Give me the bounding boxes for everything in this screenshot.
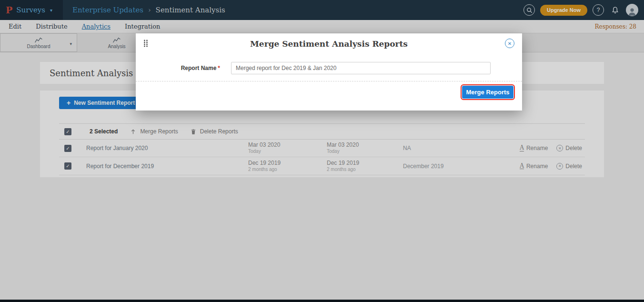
required-asterisk: * [218,65,220,71]
modal-title: Merge Sentiment Analysis Reports [136,39,522,49]
report-name-label-text: Report Name [181,65,217,71]
modal-close-button[interactable]: ✕ [505,39,514,48]
merge-reports-submit-button[interactable]: Merge Reports [462,86,513,99]
modal-footer: Merge Reports [136,81,522,99]
report-name-field-row: Report Name* [136,62,522,74]
page: P Surveys ▾ Enterprise Updates › Sentime… [0,0,644,302]
report-name-input[interactable] [231,62,491,74]
modal-header: Merge Sentiment Analysis Reports ✕ [136,33,522,54]
close-icon: ✕ [508,41,512,46]
merge-reports-modal: Merge Sentiment Analysis Reports ✕ Repor… [136,33,522,111]
report-name-label: Report Name* [136,65,220,71]
